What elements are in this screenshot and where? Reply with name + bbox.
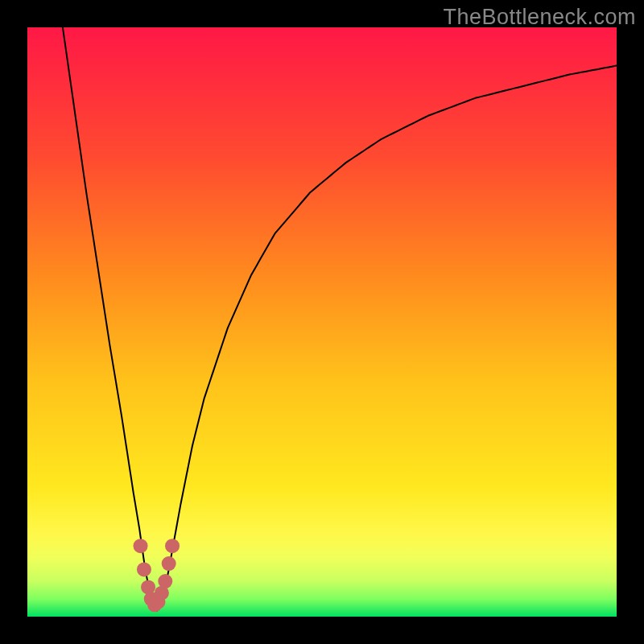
highlight-marker — [165, 539, 180, 553]
highlight-marker — [162, 556, 176, 571]
chart-frame: TheBottleneck.com — [0, 0, 644, 644]
curve-layer — [27, 27, 617, 617]
highlight-marker — [137, 562, 151, 576]
bottleneck-curve — [63, 27, 617, 611]
highlight-marker — [158, 574, 172, 588]
plot-area — [27, 27, 617, 617]
watermark-text: TheBottleneck.com — [443, 5, 636, 30]
highlight-marker — [134, 539, 148, 553]
